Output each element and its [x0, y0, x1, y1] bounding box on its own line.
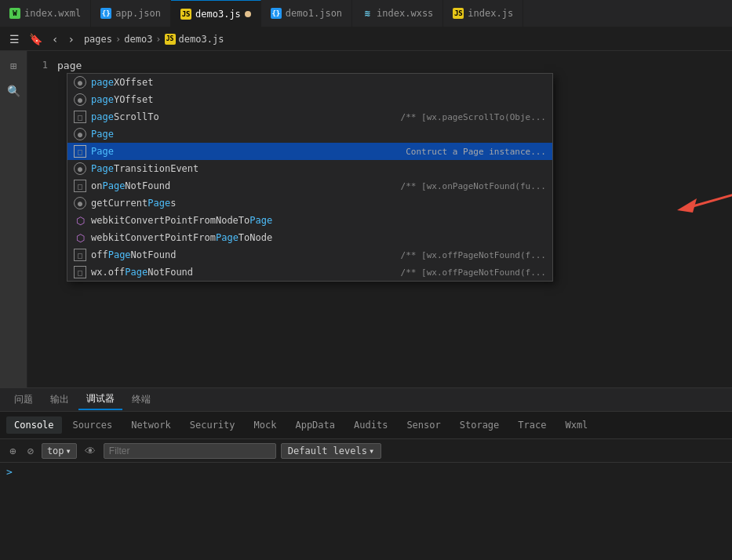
- ac-desc-pageScrollTo: /** [wx.pageScrollTo(Obje...: [401, 112, 546, 122]
- sidebar: ⊞ 🔍: [0, 51, 27, 387]
- ac-item-PageTransitionEvent[interactable]: ● PageTransitionEvent: [67, 160, 552, 177]
- ac-name-onPageNotFound: onPageNotFound: [91, 180, 396, 191]
- devtool-mock[interactable]: Mock: [246, 416, 285, 434]
- ac-name-webkitConvertNodeToPage: webkitConvertPointFromNodeToPage: [91, 215, 546, 226]
- tab-dirty-indicator: [245, 11, 251, 17]
- console-prompt: >: [6, 466, 13, 478]
- ac-desc-Page-construct: Contruct a Page instance...: [406, 147, 546, 157]
- breadcrumb-part2: demo3: [124, 34, 152, 45]
- tab-icon-appjson: {}: [100, 8, 111, 19]
- line-number-1: 1: [34, 60, 57, 71]
- tab-icon-demo3js: JS: [180, 9, 191, 20]
- back-icon[interactable]: ‹: [49, 31, 61, 47]
- panel-tabs: 问题 输出 调试器 终端: [0, 388, 732, 412]
- tab-icon-demo1json: {}: [271, 8, 282, 19]
- ac-item-pageXOffset[interactable]: ● pageXOffset: [67, 74, 552, 91]
- ac-icon-circle3: ●: [74, 128, 86, 140]
- ac-item-Page-construct[interactable]: □ Page Contruct a Page instance...: [67, 143, 552, 160]
- ac-item-wxOffPageNotFound[interactable]: □ wx.offPageNotFound /** [wx.offPageNotF…: [67, 264, 552, 281]
- devtool-security[interactable]: Security: [182, 416, 243, 434]
- inspect-icon[interactable]: ⊕: [6, 443, 19, 459]
- ac-name-pageXOffset: pageXOffset: [91, 77, 546, 88]
- panel-tab-tiaoshiqi[interactable]: 调试器: [78, 389, 122, 410]
- tab-label-demo3js: demo3.js: [195, 9, 241, 20]
- ac-item-pageScrollTo[interactable]: □ pageScrollTo /** [wx.pageScrollTo(Obje…: [67, 108, 552, 125]
- breadcrumb-arrow1: ›: [115, 34, 121, 45]
- ac-desc-wxOffPageNotFound: /** [wx.offPageNotFound(f...: [401, 267, 546, 278]
- ac-icon-square1: □: [74, 111, 86, 123]
- ac-icon-purple1: ⬡: [74, 214, 86, 227]
- ac-icon-square5: □: [74, 266, 86, 278]
- panel-tab-shuchu[interactable]: 输出: [42, 390, 77, 409]
- main-area: ⊞ 🔍 1 page ● pageXOffset ●: [0, 51, 732, 387]
- autocomplete-dropdown: ● pageXOffset ● pageYOffset □ pageS: [67, 73, 553, 282]
- console-body[interactable]: >: [0, 463, 732, 560]
- devtool-sensor[interactable]: Sensor: [399, 416, 448, 434]
- tab-label-appjson: app.json: [115, 8, 161, 19]
- tab-index-js[interactable]: JS index.js: [443, 0, 523, 27]
- top-label: top: [47, 445, 64, 456]
- devtool-console[interactable]: Console: [6, 416, 62, 434]
- ac-name-pageScrollTo: pageScrollTo: [91, 111, 396, 122]
- default-levels-selector[interactable]: Default levels ▾: [281, 443, 381, 459]
- ac-item-webkitConvertNodeToPage[interactable]: ⬡ webkitConvertPointFromNodeToPage: [67, 212, 552, 229]
- bookmark-icon[interactable]: 🔖: [26, 31, 46, 47]
- panel-tab-zhongduan[interactable]: 终端: [124, 390, 158, 409]
- ac-desc-offPageNotFound: /** [wx.offPageNotFound(f...: [401, 250, 546, 260]
- tab-index-wxml[interactable]: W index.wxml: [0, 0, 91, 27]
- devtool-trace[interactable]: Trace: [510, 416, 554, 434]
- editor-content[interactable]: 1 page ● pageXOffset ● pageYOffset: [27, 51, 732, 387]
- panel-tab-wenti[interactable]: 问题: [6, 390, 41, 409]
- svg-marker-1: [677, 198, 697, 213]
- devtool-network[interactable]: Network: [123, 416, 179, 434]
- devtool-audits[interactable]: Audits: [346, 416, 395, 434]
- ac-icon-square3: □: [74, 180, 86, 192]
- tab-icon-wxml: W: [9, 8, 20, 19]
- ac-icon-purple2: ⬡: [74, 231, 86, 244]
- sidebar-search-icon[interactable]: 🔍: [5, 82, 22, 100]
- forward-icon[interactable]: ›: [64, 31, 77, 47]
- ac-item-pageYOffset[interactable]: ● pageYOffset: [67, 91, 552, 108]
- ac-item-offPageNotFound[interactable]: □ offPageNotFound /** [wx.offPageNotFoun…: [67, 246, 552, 264]
- breadcrumb-js-icon: JS: [165, 34, 176, 45]
- ac-name-Page-construct: Page: [91, 146, 401, 157]
- devtool-storage[interactable]: Storage: [452, 416, 508, 434]
- eye-icon[interactable]: 👁: [82, 443, 99, 459]
- breadcrumb-arrow2: ›: [155, 34, 161, 45]
- tab-label-wxss: index.wxss: [377, 8, 433, 19]
- tab-bar: W index.wxml {} app.json JS demo3.js {} …: [0, 0, 732, 27]
- default-levels-chevron: ▾: [369, 445, 374, 456]
- tab-index-wxss[interactable]: ≋ index.wxss: [352, 0, 443, 27]
- tab-app-json[interactable]: {} app.json: [91, 0, 171, 27]
- default-levels-label: Default levels: [288, 445, 367, 456]
- breadcrumb-bar: ☰ 🔖 ‹ › pages › demo3 › JS demo3.js: [0, 27, 732, 51]
- no-entry-icon[interactable]: ⊘: [24, 443, 36, 459]
- ac-icon-circle2: ●: [74, 93, 86, 106]
- devtool-sources[interactable]: Sources: [65, 416, 121, 434]
- ac-name-PageTransitionEvent: PageTransitionEvent: [91, 163, 546, 174]
- top-selector[interactable]: top ▾: [42, 443, 77, 459]
- ac-item-getCurrentPages[interactable]: ● getCurrentPages: [67, 195, 552, 212]
- editor-line-1: 1 page: [27, 57, 732, 73]
- bottom-panel: 问题 输出 调试器 终端 Console Sources Network Sec…: [0, 387, 732, 560]
- devtool-wxml[interactable]: Wxml: [557, 416, 595, 434]
- sidebar-explorer-icon[interactable]: ⊞: [5, 57, 22, 75]
- devtool-appdata[interactable]: AppData: [287, 416, 343, 434]
- ac-name-Page-class: Page: [91, 129, 546, 140]
- tab-demo1-json[interactable]: {} demo1.json: [261, 0, 352, 27]
- ac-desc-onPageNotFound: /** [wx.onPageNotFound(fu...: [401, 181, 546, 191]
- line-content-1: page: [57, 60, 82, 71]
- ac-icon-square2: □: [74, 145, 86, 158]
- menu-icon[interactable]: ☰: [6, 31, 23, 47]
- top-chevron: ▾: [66, 445, 71, 456]
- ac-name-webkitConvertPageToNode: webkitConvertPointFromPageToNode: [91, 232, 546, 243]
- ac-name-offPageNotFound: offPageNotFound: [91, 249, 396, 260]
- filter-input[interactable]: [104, 443, 276, 459]
- ac-item-webkitConvertPageToNode[interactable]: ⬡ webkitConvertPointFromPageToNode: [67, 229, 552, 246]
- ac-icon-circle: ●: [74, 76, 86, 89]
- ac-name-pageYOffset: pageYOffset: [91, 94, 546, 105]
- ac-item-Page-class[interactable]: ● Page: [67, 125, 552, 143]
- devtools-bar: Console Sources Network Security Mock Ap…: [0, 412, 732, 439]
- ac-item-onPageNotFound[interactable]: □ onPageNotFound /** [wx.onPageNotFound(…: [67, 177, 552, 195]
- tab-demo3-js[interactable]: JS demo3.js: [171, 0, 261, 27]
